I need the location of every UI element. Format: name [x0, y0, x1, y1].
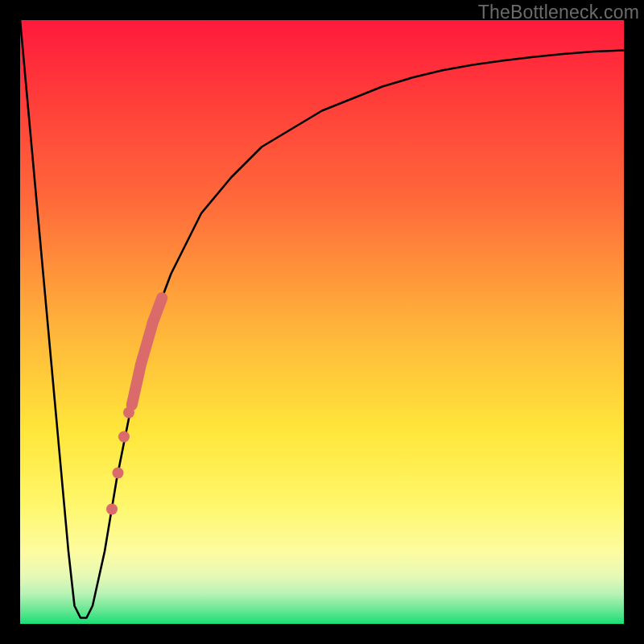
dot-3 — [118, 431, 130, 443]
plot-area — [20, 20, 624, 624]
watermark-text: TheBottleneck.com — [478, 2, 639, 23]
dot-4 — [123, 407, 134, 419]
bottleneck-curve-svg — [20, 20, 624, 624]
dot-2 — [113, 468, 124, 479]
dot-1 — [106, 504, 118, 515]
highlight-segment — [132, 298, 163, 405]
bottleneck-curve — [20, 20, 624, 618]
chart-frame: TheBottleneck.com — [0, 0, 644, 644]
